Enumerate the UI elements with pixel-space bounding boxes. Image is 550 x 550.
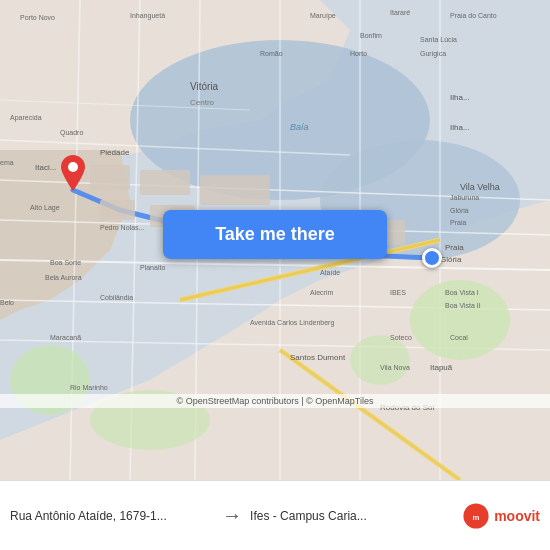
svg-text:Santos Dumont: Santos Dumont xyxy=(290,353,346,362)
svg-text:IBES: IBES xyxy=(390,289,406,296)
moovit-brand-text: moovit xyxy=(494,508,540,524)
direction-arrow: → xyxy=(214,504,250,527)
svg-rect-27 xyxy=(100,200,135,220)
svg-text:Planalto: Planalto xyxy=(140,264,165,271)
svg-text:Praia: Praia xyxy=(445,243,464,252)
svg-text:Rio Marinho: Rio Marinho xyxy=(70,384,108,391)
destination-pin xyxy=(422,248,442,268)
svg-text:Vitória: Vitória xyxy=(190,81,219,92)
moovit-logo: m moovit xyxy=(462,502,540,530)
svg-text:Alecrim: Alecrim xyxy=(310,289,334,296)
map-container: Vitória Centro Vila Velha Itaci... Alto … xyxy=(0,0,550,480)
origin-text: Rua Antônio Ataíde, 1679-1... xyxy=(10,509,214,523)
svg-text:Boa Sorte: Boa Sorte xyxy=(50,259,81,266)
destination-location: Ifes - Campus Caria... xyxy=(250,509,454,523)
svg-text:Pedro Nolas...: Pedro Nolas... xyxy=(100,224,144,231)
svg-text:Itararé: Itararé xyxy=(390,9,410,16)
origin-location: Rua Antônio Ataíde, 1679-1... xyxy=(10,509,214,523)
map-attribution: © OpenStreetMap contributors | © OpenMap… xyxy=(0,394,550,408)
svg-text:Boa Vista I: Boa Vista I xyxy=(445,289,479,296)
svg-text:Glória: Glória xyxy=(440,255,462,264)
svg-text:Glória: Glória xyxy=(450,207,469,214)
svg-text:Alto Lage: Alto Lage xyxy=(30,204,60,212)
svg-text:Maracanã: Maracanã xyxy=(50,334,81,341)
svg-text:Maruípe: Maruípe xyxy=(310,12,336,20)
svg-text:Ataíde: Ataíde xyxy=(320,269,340,276)
svg-text:m: m xyxy=(473,513,480,522)
svg-text:Ilha...: Ilha... xyxy=(450,93,470,102)
destination-text: Ifes - Campus Caria... xyxy=(250,509,454,523)
svg-text:Romão: Romão xyxy=(260,50,283,57)
svg-point-33 xyxy=(350,335,410,385)
svg-text:Vila Velha: Vila Velha xyxy=(460,182,500,192)
svg-text:Horto: Horto xyxy=(350,50,367,57)
svg-point-83 xyxy=(68,162,78,172)
svg-text:Praia: Praia xyxy=(450,219,466,226)
take-me-there-button[interactable]: Take me there xyxy=(163,210,387,259)
svg-text:ema: ema xyxy=(0,159,14,166)
svg-text:Jaburuna: Jaburuna xyxy=(450,194,479,201)
origin-pin xyxy=(61,155,85,195)
svg-text:Piedade: Piedade xyxy=(100,148,130,157)
svg-text:Aparecida: Aparecida xyxy=(10,114,42,122)
svg-rect-25 xyxy=(140,170,190,195)
svg-text:Quadro: Quadro xyxy=(60,129,83,137)
svg-text:Belo: Belo xyxy=(0,299,14,306)
svg-rect-24 xyxy=(90,165,130,190)
svg-text:Itaci...: Itaci... xyxy=(35,163,56,172)
svg-text:Cobilândia: Cobilândia xyxy=(100,294,133,301)
svg-text:Soteco: Soteco xyxy=(390,334,412,341)
svg-text:Praia do Canto: Praia do Canto xyxy=(450,12,497,19)
svg-text:Vila Nova: Vila Nova xyxy=(380,364,410,371)
svg-text:Bonfim: Bonfim xyxy=(360,32,382,39)
svg-text:Boa Vista II: Boa Vista II xyxy=(445,302,481,309)
svg-text:Centro: Centro xyxy=(190,98,215,107)
svg-text:Bela Aurora: Bela Aurora xyxy=(45,274,82,281)
svg-text:Inhanguetá: Inhanguetá xyxy=(130,12,165,20)
svg-text:Cocal: Cocal xyxy=(450,334,468,341)
svg-text:Baía: Baía xyxy=(290,122,309,132)
svg-text:Porto Novo: Porto Novo xyxy=(20,14,55,21)
svg-text:Itapuã: Itapuã xyxy=(430,363,453,372)
svg-text:Avenida Carlos Lindenberg: Avenida Carlos Lindenberg xyxy=(250,319,334,327)
svg-text:Ilha...: Ilha... xyxy=(450,123,470,132)
svg-text:Gurigica: Gurigica xyxy=(420,50,446,58)
svg-text:Santa Lúcia: Santa Lúcia xyxy=(420,36,457,43)
footer: Rua Antônio Ataíde, 1679-1... → Ifes - C… xyxy=(0,480,550,550)
svg-rect-26 xyxy=(200,175,270,205)
